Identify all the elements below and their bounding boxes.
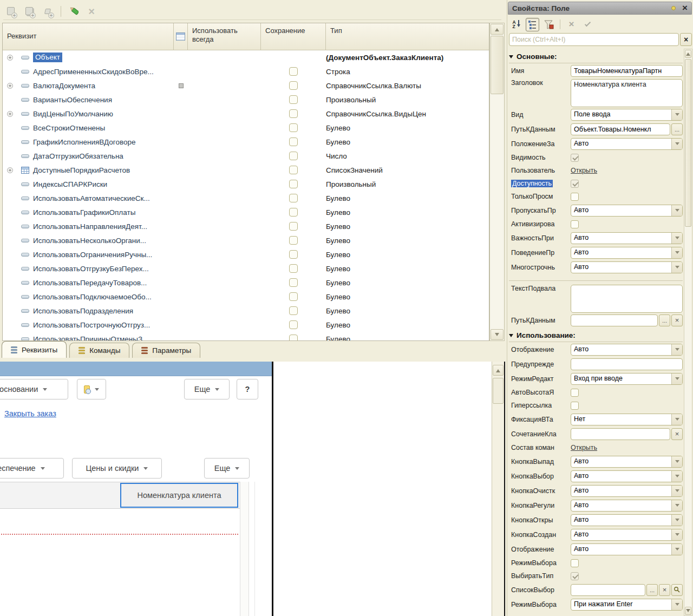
property-checkbox[interactable] <box>571 193 579 201</box>
table-row[interactable]: ДоступныеПорядкиРасчетовСписокЗначений <box>3 163 489 177</box>
chevron-down-icon[interactable] <box>671 486 682 496</box>
chevron-down-icon[interactable] <box>671 109 682 120</box>
chevron-down-icon[interactable] <box>671 500 682 511</box>
save-checkbox[interactable] <box>289 320 298 329</box>
table-row[interactable]: ДатаОтгрузкиОбязательнаЧисло <box>3 149 489 163</box>
ellipsis-button[interactable]: ... <box>671 123 683 135</box>
property-checkbox[interactable] <box>571 180 579 188</box>
property-select[interactable]: Вход при вводе <box>571 373 683 385</box>
scroll-down-button[interactable] <box>491 329 504 340</box>
tab-komandy[interactable]: Команды <box>69 343 129 358</box>
chevron-down-icon[interactable] <box>671 456 682 467</box>
save-checkbox[interactable] <box>289 166 298 174</box>
goods-scrollbar[interactable] <box>240 482 249 616</box>
scroll-up-button[interactable] <box>491 24 504 35</box>
property-select[interactable]: Авто <box>571 344 683 356</box>
table-row[interactable]: ИспользоватьПодключаемоеОбо...Булево <box>3 290 489 304</box>
clear-button[interactable]: × <box>671 314 683 326</box>
save-checkbox[interactable] <box>289 123 298 132</box>
save-checkbox[interactable] <box>289 137 298 146</box>
collapse-triangle-icon[interactable] <box>509 55 513 61</box>
table-row[interactable]: ИспользоватьНесколькоОргани...Булево <box>3 233 489 247</box>
table-row[interactable]: ИспользоватьГрафикиОплатыБулево <box>3 205 489 219</box>
table-row[interactable]: ИспользоватьПострочнуюОтгруз...Булево <box>3 318 489 332</box>
scrollbar-thumb[interactable] <box>491 36 504 94</box>
table-row[interactable]: ВариантыОбеспеченияПроизвольный <box>3 93 489 107</box>
save-checkbox[interactable] <box>289 306 298 315</box>
chevron-down-icon[interactable] <box>671 414 682 425</box>
property-input[interactable] <box>571 584 645 596</box>
scrollbar-thumb[interactable] <box>685 59 691 227</box>
chevron-down-icon[interactable] <box>671 599 682 610</box>
canvas-scrollbar[interactable] <box>492 362 504 616</box>
table-row[interactable]: ВидЦеныПоУмолчаниюСправочникСсылка.ВидыЦ… <box>3 107 489 121</box>
property-select[interactable]: Авто <box>571 205 683 217</box>
table-row[interactable]: Объект(ДокументОбъект.ЗаказКлиента) <box>3 50 489 64</box>
scrollbar-thumb[interactable] <box>493 378 504 404</box>
obespechenie-button[interactable]: беспечение <box>0 458 64 479</box>
close-order-link[interactable]: Закрыть заказ <box>4 409 56 418</box>
save-checkbox[interactable] <box>289 81 298 90</box>
prices-discounts-button[interactable]: Цены и скидки <box>72 458 162 479</box>
close-icon[interactable]: × <box>682 4 688 12</box>
table-row[interactable]: ИспользоватьОграниченияРучны...Булево <box>3 247 489 261</box>
property-checkbox[interactable] <box>571 220 579 228</box>
open-link[interactable]: Открыть <box>571 167 597 174</box>
save-checkbox[interactable] <box>289 152 298 160</box>
properties-scrollbar[interactable] <box>684 49 692 616</box>
property-select[interactable]: Авто <box>571 261 683 273</box>
property-checkbox[interactable] <box>571 389 579 397</box>
apply-icon[interactable] <box>581 18 594 31</box>
attributes-scrollbar[interactable] <box>489 23 505 341</box>
column-header-save[interactable]: Сохранение <box>261 23 326 50</box>
sort-alpha-icon[interactable]: AZ <box>509 18 523 31</box>
column-header-type[interactable]: Тип <box>326 23 489 50</box>
save-checkbox[interactable] <box>289 95 298 104</box>
property-checkbox[interactable] <box>571 559 579 567</box>
chevron-down-icon[interactable] <box>671 262 682 273</box>
chevron-down-icon[interactable] <box>671 247 682 258</box>
property-select[interactable]: Авто <box>571 485 683 497</box>
collapse-triangle-icon[interactable] <box>509 334 513 339</box>
more-button-goods[interactable]: Еще <box>204 458 250 479</box>
create-task-button[interactable] <box>77 379 106 399</box>
save-checkbox[interactable] <box>289 180 298 188</box>
table-row[interactable]: ВсеСтрокиОтмененыБулево <box>3 121 489 135</box>
property-input[interactable] <box>571 428 670 440</box>
table-row[interactable]: ИспользоватьПричиныОтменыЗ...Булево <box>3 332 489 341</box>
chevron-down-icon[interactable] <box>671 205 682 216</box>
table-row[interactable]: АдресПримененныхСкидокВоВре...Строка <box>3 64 489 78</box>
expander-icon[interactable] <box>7 55 13 61</box>
open-link[interactable]: Открыть <box>571 444 597 451</box>
property-textarea[interactable] <box>571 285 683 313</box>
ellipsis-button[interactable]: ... <box>659 314 670 326</box>
chevron-down-icon[interactable] <box>671 515 682 526</box>
property-select[interactable]: Авто <box>571 247 683 259</box>
tab-rekvizity[interactable]: Реквизиты <box>2 341 67 358</box>
save-checkbox[interactable] <box>289 278 298 287</box>
property-input[interactable]: ТоварыНоменклатураПартн <box>571 65 683 77</box>
ellipsis-button[interactable]: ... <box>646 584 658 596</box>
cancel-icon[interactable]: × <box>565 18 578 31</box>
search-icon[interactable] <box>671 584 683 596</box>
tab-parametry[interactable]: Параметры <box>132 343 200 358</box>
property-checkbox[interactable] <box>571 154 579 162</box>
save-checkbox[interactable] <box>289 335 298 341</box>
chevron-down-icon[interactable] <box>671 373 682 384</box>
scroll-up-button[interactable] <box>685 50 691 58</box>
property-checkbox[interactable] <box>571 402 579 410</box>
help-button[interactable]: ? <box>237 379 258 399</box>
save-checkbox[interactable] <box>289 194 298 202</box>
expander-icon[interactable] <box>7 111 13 117</box>
scroll-down-button[interactable] <box>685 607 691 615</box>
chevron-down-icon[interactable] <box>671 233 682 244</box>
pin-icon[interactable] <box>671 6 676 10</box>
clear-button[interactable]: × <box>671 428 683 440</box>
property-select[interactable]: Авто <box>571 470 683 482</box>
expander-icon[interactable] <box>7 83 13 89</box>
table-row[interactable]: ИндексыСПАРКРискиПроизвольный <box>3 177 489 191</box>
property-select[interactable]: Авто <box>571 500 683 512</box>
table-row[interactable]: ИспользоватьАвтоматическиеСк...Булево <box>3 191 489 205</box>
property-select[interactable]: Авто <box>571 456 683 468</box>
clear-button[interactable]: × <box>659 584 670 596</box>
